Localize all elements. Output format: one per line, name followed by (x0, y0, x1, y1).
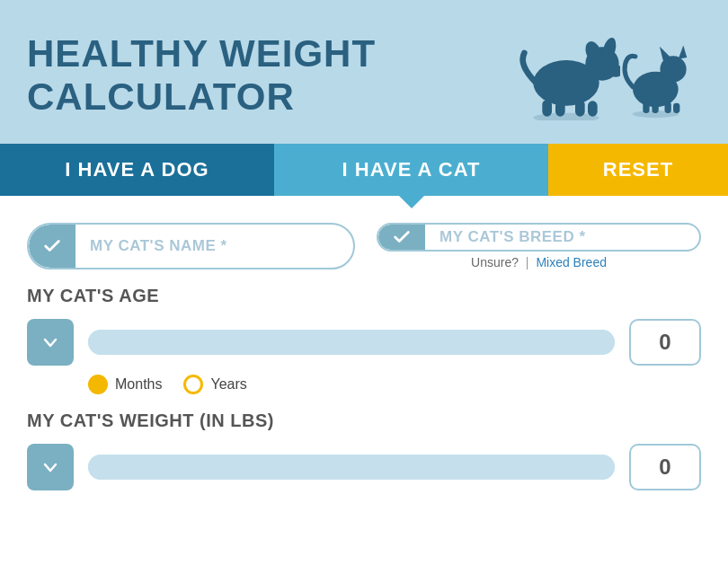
weight-section-title: MY CAT'S WEIGHT (IN LBS) (27, 411, 701, 431)
animal-silhouettes (512, 22, 701, 129)
age-slider-fill (88, 330, 615, 355)
cat-icon (620, 31, 701, 120)
main-content: Unsure? | Mixed Breed MY CAT'S AGE 0 Mon… (0, 196, 728, 526)
age-slider-track[interactable] (88, 330, 615, 355)
age-value-display: 0 (629, 319, 701, 366)
weight-slider-fill (88, 455, 615, 480)
checkmark-icon-2 (392, 227, 412, 247)
weight-slider-track[interactable] (88, 455, 615, 480)
age-slider-row: 0 (27, 319, 701, 366)
svg-rect-8 (588, 101, 598, 116)
breed-group: Unsure? | Mixed Breed (377, 223, 701, 269)
cat-name-input-group (27, 223, 355, 269)
chevron-down-icon (42, 334, 58, 350)
mixed-breed-link[interactable]: Mixed Breed (536, 255, 607, 269)
weight-slider-row: 0 (27, 444, 701, 490)
checkmark-icon (42, 236, 62, 256)
dog-icon (512, 22, 620, 120)
weight-decrement-button[interactable] (27, 444, 74, 490)
weight-value-display: 0 (629, 444, 701, 490)
tab-bar: I HAVE A DOG I HAVE A CAT RESET (0, 144, 728, 196)
svg-point-18 (633, 110, 679, 118)
svg-rect-17 (673, 103, 679, 113)
separator: | (526, 255, 529, 269)
age-section-title: MY CAT'S AGE (27, 286, 701, 306)
cat-name-field[interactable] (75, 237, 353, 255)
cat-breed-input-group (377, 223, 701, 252)
name-check-icon (29, 225, 75, 268)
age-decrement-button[interactable] (27, 319, 74, 366)
age-unit-toggle: Months Years (27, 375, 701, 394)
header: HEALTHY WEIGHT CALCULATOR (0, 0, 728, 144)
breed-check-icon (378, 225, 425, 250)
tab-cat[interactable]: I HAVE A CAT (274, 144, 548, 196)
months-toggle-active[interactable] (88, 375, 108, 394)
app-title: HEALTHY WEIGHT CALCULATOR (27, 32, 494, 119)
svg-marker-13 (679, 46, 688, 59)
name-breed-row: Unsure? | Mixed Breed (27, 223, 701, 269)
tab-dog[interactable]: I HAVE A DOG (0, 144, 274, 196)
reset-button[interactable]: RESET (548, 144, 728, 196)
months-label: Months (115, 376, 162, 393)
unsure-label: Unsure? (471, 255, 519, 269)
chevron-down-icon-2 (42, 459, 58, 475)
cat-breed-field[interactable] (425, 228, 699, 246)
years-label: Years (210, 376, 246, 393)
years-toggle-inactive[interactable] (183, 375, 203, 394)
breed-helper: Unsure? | Mixed Breed (377, 255, 701, 269)
